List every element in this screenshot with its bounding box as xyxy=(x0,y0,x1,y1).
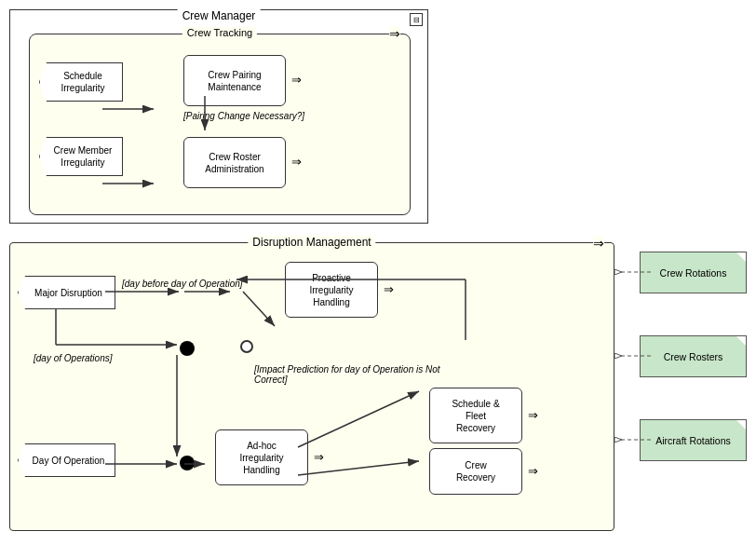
adhoc-handling-box: Ad-hocIrregularityHandling ⇒ xyxy=(215,429,308,485)
crew-rosters-doc: Crew Rosters xyxy=(640,335,747,377)
day-of-ops-label: [day of Operations] xyxy=(34,353,113,363)
crew-rosters-label: Crew Rosters xyxy=(664,351,723,362)
disruption-export-icon: ⇒ xyxy=(593,236,604,251)
crew-recovery-box: CrewRecovery ⇒ xyxy=(429,448,522,495)
crew-roster-admin-box: Crew RosterAdministration ⇒ xyxy=(183,137,286,188)
crew-rotations-doc: Crew Rotations xyxy=(640,252,747,293)
crew-pairing-maintenance-label: Crew PairingMaintenance xyxy=(208,69,261,93)
crew-roster-admin-label: Crew RosterAdministration xyxy=(205,151,263,175)
schedule-irregularity-label: ScheduleIrregularity xyxy=(61,70,104,94)
adhoc-export-icon: ⇒ xyxy=(314,450,324,466)
join-node-top xyxy=(180,341,195,356)
crew-rotations-label: Crew Rotations xyxy=(660,267,727,279)
crew-member-irregularity-input: Crew MemberIrregularity xyxy=(39,137,123,176)
day-of-operation-input: Day Of Operation xyxy=(18,443,115,477)
disruption-management-box: Disruption Management ⇒ Major Disruption… xyxy=(9,242,614,531)
crew-tracking-title: Crew Tracking xyxy=(182,27,257,38)
join-node-bottom xyxy=(180,456,195,470)
crew-manager-box: Crew Manager ⊟ Crew Tracking ⇒ ScheduleI… xyxy=(9,9,428,224)
proactive-handling-label: ProactiveIrregularityHandling xyxy=(309,272,353,308)
major-disruption-input: Major Disruption xyxy=(18,276,115,309)
impact-pred-label: [Impact Prediction for day of Operation … xyxy=(254,364,459,385)
aircraft-rotations-label: Aircraft Rotations xyxy=(655,435,731,446)
aircraft-rotations-doc: Aircraft Rotations xyxy=(640,419,747,461)
disruption-management-title: Disruption Management xyxy=(248,236,375,249)
decision-node xyxy=(240,340,253,353)
schedule-fleet-recovery-box: Schedule &FleetRecovery ⇒ xyxy=(429,388,522,443)
crew-tracking-box: Crew Tracking ⇒ ScheduleIrregularity Cre… xyxy=(29,34,411,215)
pairing-change-label: [Pairing Change Necessary?] xyxy=(183,111,304,121)
roster-export-icon: ⇒ xyxy=(291,155,302,170)
proactive-handling-box: ProactiveIrregularityHandling ⇒ xyxy=(285,262,378,318)
adhoc-handling-label: Ad-hocIrregularityHandling xyxy=(239,440,283,476)
crew-recovery-label: CrewRecovery xyxy=(456,459,495,484)
day-of-operation-label: Day Of Operation xyxy=(33,455,105,467)
pairing-export-icon: ⇒ xyxy=(291,73,302,89)
crew-member-irregularity-label: Crew MemberIrregularity xyxy=(54,144,113,169)
diagram-container: Crew Manager ⊟ Crew Tracking ⇒ ScheduleI… xyxy=(0,0,756,545)
schedule-fleet-recovery-label: Schedule &FleetRecovery xyxy=(452,398,499,434)
schedule-fleet-export-icon: ⇒ xyxy=(528,408,538,424)
export-arrow-icon: ⇒ xyxy=(389,27,400,40)
schedule-irregularity-input: ScheduleIrregularity xyxy=(39,62,123,102)
minimize-icon: ⊟ xyxy=(410,13,423,26)
crew-pairing-maintenance-box: Crew PairingMaintenance ⇒ xyxy=(183,55,286,106)
day-before-label: [day before day of Operation] xyxy=(122,279,243,289)
crew-recovery-export-icon: ⇒ xyxy=(528,464,538,480)
major-disruption-label: Major Disruption xyxy=(34,287,102,299)
proactive-export-icon: ⇒ xyxy=(384,282,394,298)
crew-manager-title: Crew Manager xyxy=(178,9,261,22)
